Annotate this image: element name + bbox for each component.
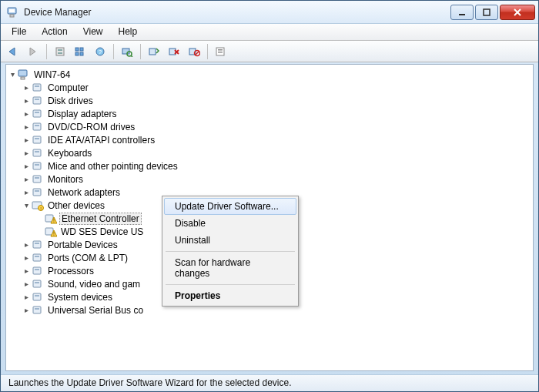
toolbar-separator [140,44,141,59]
expand-icon[interactable]: ▸ [22,188,31,197]
computer-icon [18,69,30,81]
expand-icon[interactable]: ▸ [22,280,31,289]
device-category-icon [32,304,44,317]
tree-item-label: Monitors [46,174,85,185]
svg-rect-35 [33,110,41,117]
tree-item[interactable]: ▸Disk drives [22,94,531,107]
svg-rect-34 [35,99,39,100]
tree-item-label: WD SES Device US [59,226,145,237]
toolbar-update-driver-button[interactable] [145,43,163,60]
menu-help[interactable]: Help [111,24,146,40]
expand-icon[interactable]: ▸ [22,83,31,92]
tree-item-label: Computer [46,82,90,93]
toolbar-help-button[interactable]: ? [91,43,109,60]
tree-item[interactable]: ▸Display adapters [22,107,531,120]
tree-item-label: Network adapters [46,187,122,198]
device-category-icon [32,186,44,199]
svg-rect-63 [35,282,39,283]
svg-rect-30 [21,77,25,79]
ctx-separator [166,284,295,285]
tree-item-label: Disk drives [46,95,95,106]
expand-icon[interactable]: ▸ [22,253,31,263]
menu-file[interactable]: File [4,24,34,40]
svg-rect-37 [33,123,41,130]
expand-icon[interactable]: ▸ [22,162,31,171]
menu-action[interactable]: Action [34,24,75,40]
expand-icon[interactable]: ▸ [22,240,31,250]
svg-rect-46 [35,177,39,179]
toolbar-properties-button[interactable] [212,43,230,60]
tree-item[interactable]: ▸Computer [22,81,531,94]
svg-rect-41 [33,149,41,156]
toolbar-view-button[interactable] [71,43,89,60]
expand-icon[interactable]: ▸ [22,293,31,302]
tree-item[interactable]: ▸Mice and other pointing devices [22,159,531,173]
tree-root[interactable]: ▾ WIN7-64 [8,68,531,81]
menu-bar: File Action View Help [1,24,538,41]
tree-item[interactable]: ▸Monitors [22,173,531,186]
device-category-icon [32,147,44,159]
minimize-button[interactable] [450,5,474,20]
ctx-uninstall[interactable]: Uninstall [164,232,296,249]
svg-rect-2 [10,15,14,17]
svg-rect-43 [33,162,41,169]
device-category-icon [32,173,44,186]
device-category-icon [32,160,44,173]
expand-icon[interactable]: ▸ [22,122,31,132]
menu-view[interactable]: View [75,24,111,40]
svg-rect-13 [80,52,83,55]
expand-icon[interactable]: ▸ [22,306,31,315]
svg-rect-11 [80,48,83,51]
maximize-button[interactable] [475,5,498,20]
toolbar-uninstall-button[interactable] [165,43,183,60]
expand-icon[interactable]: ▸ [22,136,31,145]
close-button[interactable] [500,5,535,20]
device-category-icon [32,134,44,146]
ctx-separator [166,251,295,252]
svg-rect-44 [35,164,39,166]
svg-rect-58 [33,254,41,261]
expand-icon[interactable]: ▸ [22,175,31,184]
svg-rect-16 [122,49,129,54]
tree-item[interactable]: ▸Keyboards [22,146,531,159]
forward-button[interactable] [24,43,42,60]
svg-text:!: ! [53,231,55,236]
ctx-update-driver[interactable]: Update Driver Software... [164,198,296,215]
toolbar: ? [1,41,538,62]
toolbar-separator [46,44,47,59]
device-category-icon [32,291,44,303]
tree-item[interactable]: ▸IDE ATA/ATAPI controllers [22,133,531,146]
device-category-icon [32,108,44,120]
toolbar-disable-button[interactable] [185,43,203,60]
svg-text:?: ? [99,49,102,55]
tree-item-label: Display adapters [46,109,118,119]
tree-item-label: Portable Devices [46,240,119,250]
svg-text:!: ! [53,218,55,223]
collapse-icon[interactable]: ▾ [8,70,17,79]
tree-item[interactable]: ▸DVD/CD-ROM drives [22,120,531,133]
svg-rect-40 [35,138,39,139]
expand-icon[interactable]: ▸ [22,266,31,276]
svg-rect-45 [33,176,41,183]
ctx-scan[interactable]: Scan for hardware changes [164,254,296,282]
ctx-disable[interactable]: Disable [164,215,296,232]
collapse-icon[interactable]: ▾ [22,201,31,210]
toolbar-action-button[interactable] [51,43,69,60]
device-category-icon [32,95,44,107]
svg-rect-19 [149,49,156,55]
svg-rect-59 [35,256,39,257]
svg-rect-57 [35,243,39,244]
back-button[interactable] [4,43,22,60]
svg-rect-10 [75,48,79,51]
status-text: Launches the Update Driver Software Wiza… [8,377,292,388]
expand-icon[interactable]: ▸ [22,109,31,119]
ctx-properties[interactable]: Properties [164,287,296,304]
expand-icon[interactable]: ▸ [22,96,31,106]
svg-rect-42 [35,151,39,152]
svg-rect-33 [33,97,41,104]
svg-rect-1 [9,9,15,12]
toolbar-scan-button[interactable] [118,43,136,60]
device-category-icon [32,82,44,94]
device-category-icon [32,239,44,251]
expand-icon[interactable]: ▸ [22,149,31,158]
